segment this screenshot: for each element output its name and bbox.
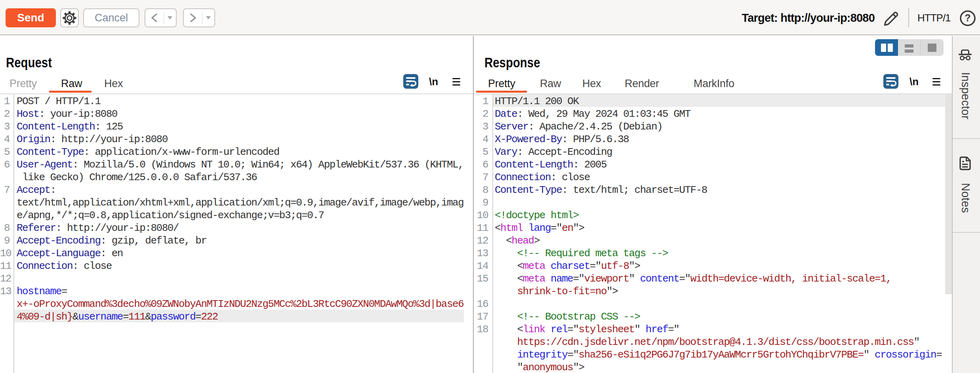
svg-text:?: ? xyxy=(965,12,970,23)
